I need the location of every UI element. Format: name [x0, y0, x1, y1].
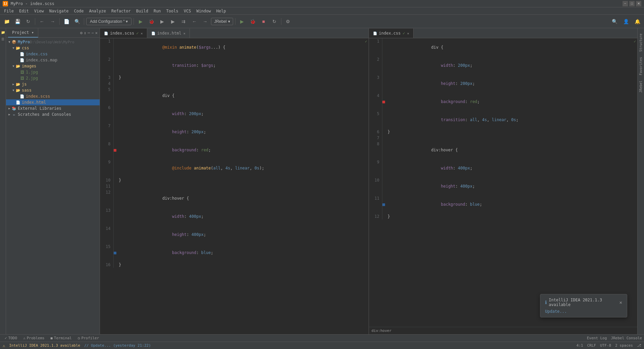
structure-icon[interactable]: ☰ [0, 36, 6, 42]
close-notification-icon[interactable]: ✕ [620, 300, 622, 305]
profiler-tab[interactable]: ◷ Profiler [75, 335, 102, 341]
tab-index-scss[interactable]: 📄 index.scss ✓ ✕ [100, 29, 147, 38]
code-content[interactable]: background: blue; [117, 244, 362, 262]
status-charset[interactable]: UTF-8 [600, 343, 611, 348]
favorites-vtab[interactable]: Favorites [638, 54, 643, 78]
code-content[interactable]: width: 200px; [386, 56, 631, 74]
code-content[interactable]: height: 400px; [117, 226, 362, 244]
tree-item-index-scss[interactable]: 📄 index.scss [6, 93, 100, 99]
close-panel-icon[interactable]: ✕ [95, 31, 98, 35]
code-content[interactable]: div { [117, 87, 362, 105]
project-tab[interactable]: Project ▾ [8, 28, 38, 38]
menu-refactor[interactable]: Refactor [109, 8, 133, 14]
tab-index-html[interactable]: 📄 index.html ✕ [147, 29, 190, 38]
minimize-button[interactable]: − [623, 1, 628, 6]
code-content[interactable]: height: 400px; [386, 177, 631, 195]
collapse-icon[interactable]: − [92, 31, 94, 35]
code-content[interactable] [117, 81, 362, 87]
status-indent[interactable]: 2 spaces [615, 343, 633, 348]
terminal-tab[interactable]: ■ Terminal [48, 335, 74, 341]
project-icon[interactable]: 📁 [0, 30, 6, 35]
tree-item-js[interactable]: ▶ 📂 js [6, 81, 100, 87]
code-content[interactable]: background: red; [386, 93, 631, 111]
menu-view[interactable]: View [32, 8, 47, 14]
tree-item-2jpg[interactable]: 🖼 2.jpg [6, 75, 100, 81]
jrebel-reload-button[interactable]: ↻ [270, 17, 279, 26]
status-update-text[interactable]: // Update... (yesterday 21:22) [84, 343, 151, 348]
jrebel-run-button[interactable]: ▶ [237, 17, 247, 26]
debug-button[interactable]: 🐞 [147, 17, 156, 26]
jrebel-debug-button[interactable]: 🐞 [248, 17, 258, 26]
code-content[interactable]: @mixin animate($args...) { [117, 38, 362, 56]
code-content[interactable]: height: 200px; [117, 123, 362, 141]
event-log-link[interactable]: Event Log [587, 336, 607, 340]
code-content[interactable]: height: 200px; [386, 74, 631, 93]
code-content[interactable] [386, 135, 631, 141]
tree-item-external-libraries[interactable]: ▶ 📚 External Libraries [6, 105, 100, 111]
tree-item-scratches[interactable]: ▶ ✏ Scratches and Consoles [6, 111, 100, 117]
jrebel-console-link[interactable]: JRebel Console [611, 336, 642, 340]
menu-tools[interactable]: Tools [164, 8, 181, 14]
settings-icon[interactable]: ⚙ [80, 31, 83, 35]
tree-item-mypro[interactable]: ▼ 📦 MyPro D:\Develop\Web\MyPro [6, 39, 100, 45]
stop-button[interactable]: ■ [259, 17, 268, 26]
tools-config-button[interactable]: ⚙ [283, 17, 293, 26]
code-content[interactable]: } [117, 74, 362, 81]
code-content[interactable]: background: red; [117, 141, 362, 159]
group-icon[interactable]: ⋯ [88, 31, 90, 35]
navigate-button[interactable]: 🔍 [72, 17, 82, 26]
menu-window[interactable]: Window [194, 8, 213, 14]
jrebel-dropdown-button[interactable]: JRebel ▾ [211, 18, 233, 25]
menu-help[interactable]: Help [214, 8, 229, 14]
force-run-button[interactable]: ⇉ [179, 17, 188, 26]
code-content[interactable]: background: blue; [386, 195, 631, 213]
jrebel-vtab[interactable]: JRebel [638, 78, 643, 95]
close-tab-html[interactable]: ✕ [183, 32, 185, 35]
editor-content-left[interactable]: 1 @mixin animate($args...) { ✓ 2 [100, 38, 369, 334]
code-content[interactable]: transition: all, 4s, linear, 0s; [386, 111, 631, 129]
forward-button[interactable]: → [48, 17, 57, 26]
menu-code[interactable]: Code [71, 8, 87, 14]
user-button[interactable]: 👤 [621, 17, 631, 26]
menu-navigate[interactable]: Navigate [47, 8, 71, 14]
tree-item-images[interactable]: ▼ 📂 images [6, 63, 100, 69]
run-button[interactable]: ▶ [136, 17, 145, 26]
tree-item-1jpg[interactable]: 🖼 1.jpg [6, 69, 100, 75]
code-content[interactable]: } [117, 177, 362, 183]
code-content[interactable]: div:hover { [386, 141, 631, 159]
menu-edit[interactable]: Edit [16, 8, 32, 14]
code-content[interactable]: width: 400px; [117, 207, 362, 226]
save-button[interactable]: 💾 [13, 17, 22, 26]
code-content[interactable]: div:hover { [117, 189, 362, 207]
code-content[interactable]: div { [386, 38, 631, 56]
code-content[interactable] [117, 183, 362, 189]
run-with-coverage-button[interactable]: ▶ [157, 17, 167, 26]
back-btn2[interactable]: ← [190, 17, 199, 26]
tree-item-index-css[interactable]: 📄 index.css [6, 51, 100, 57]
code-content[interactable]: width: 400px; [386, 159, 631, 177]
profile-button[interactable]: ▶ [168, 17, 177, 26]
code-content[interactable]: } [386, 213, 631, 219]
back-button[interactable]: ← [37, 17, 47, 26]
sort-icon[interactable]: ↕ [84, 31, 86, 35]
close-tab-scss[interactable]: ✕ [141, 32, 143, 35]
maximize-button[interactable]: □ [629, 1, 635, 6]
close-button[interactable]: ✕ [636, 1, 641, 6]
sync-button[interactable]: ↻ [23, 17, 33, 26]
problems-tab[interactable]: ⚠ Problems [20, 335, 47, 341]
code-content[interactable]: } [386, 129, 631, 135]
notifications-button[interactable]: 🔔 [633, 17, 642, 26]
code-content[interactable]: transition: $args; [117, 56, 362, 74]
code-content[interactable]: @include animate(all, 4s, linear, 0s); [117, 159, 362, 177]
structure-vtab[interactable]: Structure [638, 31, 643, 54]
tree-item-css[interactable]: ▼ 📂 css [6, 45, 100, 51]
status-crlf[interactable]: CRLF [587, 343, 596, 348]
close-tab-css[interactable]: ✕ [407, 32, 409, 35]
code-content[interactable]: } [117, 262, 362, 268]
notification-update-link[interactable]: Update... [545, 309, 567, 314]
menu-build[interactable]: Build [133, 8, 151, 14]
menu-run[interactable]: Run [151, 8, 164, 14]
tree-item-index-css-map[interactable]: 📄 index.css.map [6, 57, 100, 63]
tree-item-index-html[interactable]: 📄 index.html [6, 99, 100, 105]
project-view-button[interactable]: 📁 [2, 17, 11, 26]
